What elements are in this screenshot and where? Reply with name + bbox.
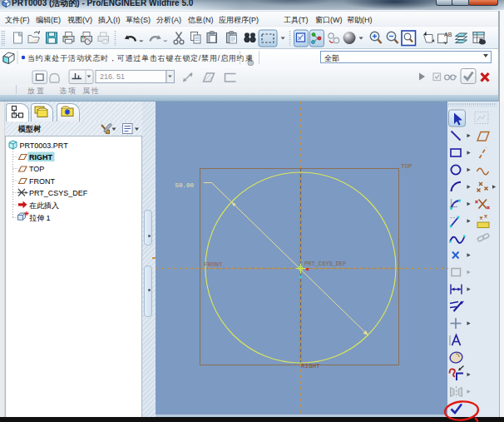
svg-text:PRT_CSYS_DEF: PRT_CSYS_DEF: [29, 189, 88, 197]
svg-text:50.00: 50.00: [175, 182, 195, 189]
svg-text:FRONT: FRONT: [204, 261, 223, 268]
svg-text:PRT_CSYS_DEF: PRT_CSYS_DEF: [304, 261, 346, 267]
svg-text:PRT0003.PRT: PRT0003.PRT: [20, 141, 69, 150]
svg-text:216. 51: 216. 51: [100, 72, 125, 81]
svg-text:拉伸 1: 拉伸 1: [29, 214, 51, 222]
svg-text:AB: AB: [444, 32, 452, 37]
svg-text:在此插入: 在此插入: [29, 201, 59, 210]
svg-text:RIGHT: RIGHT: [301, 363, 320, 370]
svg-text:TOP: TOP: [29, 165, 44, 173]
svg-text:FRONT: FRONT: [29, 177, 55, 186]
svg-text:RIGHT: RIGHT: [29, 153, 53, 161]
svg-text:TOP: TOP: [401, 163, 413, 170]
